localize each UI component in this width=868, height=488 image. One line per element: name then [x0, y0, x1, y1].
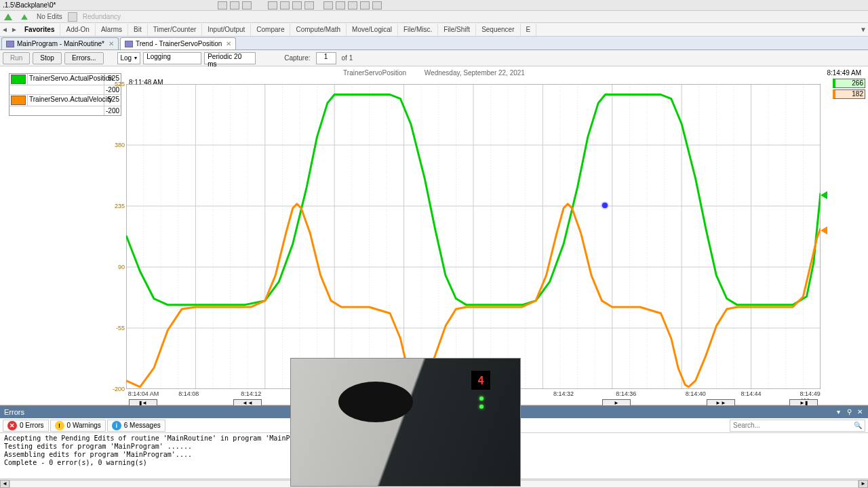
trend-toolbar: Run Stop Errors... Log▾ Logging Periodic… [0, 50, 868, 66]
nav-next-icon[interactable] [292, 1, 302, 9]
messages-chip[interactable]: i6 Messages [107, 420, 165, 432]
y-tick-label: 525 [108, 81, 125, 87]
errors-button[interactable]: Errors... [64, 52, 104, 64]
error-icon: ✕ [7, 421, 17, 430]
chart-cursor-icon[interactable] [602, 203, 608, 208]
errors-chip[interactable]: ✕0 Errors [3, 420, 49, 432]
func-tab-timercounter[interactable]: Timer/Counter [148, 24, 203, 36]
x-tick-label: 8:14:12 [241, 390, 261, 397]
marker-orange-icon [821, 226, 827, 235]
path-label: .1.5\Backplane\0* [3, 1, 56, 9]
func-tab-filemisc[interactable]: File/Misc. [398, 24, 438, 36]
warning-icon: ! [55, 421, 64, 430]
y-tick-label: 380 [108, 142, 125, 148]
document-tabs: MainProgram - MainRoutine*✕Trend - Train… [0, 37, 868, 50]
x-tick-label: 8:14:40 [686, 390, 706, 397]
func-tab-bit[interactable]: Bit [128, 24, 148, 36]
period-field[interactable]: Periodic 20 ms [204, 52, 256, 64]
func-tab-computemath[interactable]: Compute/Math [290, 24, 347, 36]
errors-title: Errors [4, 408, 24, 416]
x-tick-label: 8:14:36 [616, 390, 636, 397]
func-tab-e[interactable]: E [521, 24, 537, 36]
close-icon[interactable]: ✕ [856, 408, 864, 416]
nav-first-icon[interactable] [268, 1, 277, 9]
led-display: 4 [471, 371, 490, 390]
marker-green-icon [821, 191, 827, 199]
toolbar-icon[interactable] [372, 1, 382, 9]
pen-legend[interactable]: TrainerServo.ActualPosition525-200Traine… [9, 73, 121, 116]
y-tick-label: -200 [108, 386, 125, 392]
tab-label: Trend - TrainerServoPosition [136, 40, 222, 47]
toolbar-icon[interactable] [323, 1, 333, 9]
toolbar-icon[interactable] [218, 1, 227, 9]
x-tick-label: 8:14:04 AM [128, 390, 159, 397]
edits-bar: No Edits Redundancy [0, 11, 868, 23]
current-value: 182 [833, 89, 865, 99]
instruction-tabs: ◄ ► FavoritesAdd-OnAlarmsBitTimer/Counte… [0, 23, 868, 37]
y-axis-ticks: 52538023590-55-200 [108, 84, 125, 389]
chart-time-end: 8:14:49 AM [827, 69, 861, 77]
tab-icon [6, 41, 14, 47]
dropdown-icon[interactable]: ▾ [834, 408, 842, 416]
no-edits-label: No Edits [33, 13, 66, 20]
chart-date: Wednesday, September 22, 2021 [425, 69, 525, 77]
logging-field[interactable]: Logging [143, 52, 201, 64]
func-tab-alarms[interactable]: Alarms [96, 24, 128, 36]
toolbar-icon[interactable] [360, 1, 370, 9]
func-tab-inputoutput[interactable]: Input/Output [202, 24, 251, 36]
chart-header: TrainerServoPosition Wednesday, Septembe… [0, 69, 868, 77]
toolbar-icon[interactable] [336, 1, 345, 9]
edit-icon[interactable] [68, 12, 77, 22]
y-tick-label: -55 [108, 325, 125, 331]
doc-tab[interactable]: Trend - TrainerServoPosition✕ [120, 37, 236, 49]
capture-input[interactable]: 1 [316, 52, 336, 64]
func-tab-movelogical[interactable]: Move/Logical [347, 24, 398, 36]
pen-swatch[interactable] [11, 96, 26, 105]
title-bar: .1.5\Backplane\0* [0, 0, 868, 11]
close-icon[interactable]: ✕ [108, 40, 114, 47]
tabs-expand-icon[interactable]: ▼ [859, 26, 868, 33]
func-tab-fileshift[interactable]: File/Shift [438, 24, 476, 36]
nav-prev-icon[interactable] [280, 1, 290, 9]
func-tab-sequencer[interactable]: Sequencer [476, 24, 520, 36]
chart-title: TrainerServoPosition [343, 69, 406, 77]
tabs-right-arrow[interactable]: ► [9, 26, 19, 33]
func-tab-addon[interactable]: Add-On [60, 24, 95, 36]
close-icon[interactable]: ✕ [226, 40, 231, 47]
doc-tab[interactable]: MainProgram - MainRoutine*✕ [1, 37, 119, 49]
status-led-icon [479, 396, 484, 401]
chart-plot[interactable] [126, 84, 821, 389]
toolbar-icon[interactable] [348, 1, 357, 9]
warnings-chip[interactable]: !0 Warnings [50, 420, 106, 432]
nav-last-icon[interactable] [304, 1, 314, 9]
search-box[interactable]: 🔍 [730, 420, 865, 432]
camera-overlay: 4 [290, 358, 521, 487]
search-icon[interactable]: 🔍 [854, 422, 862, 429]
tabs-left-arrow[interactable]: ◄ [0, 26, 9, 33]
capture-label: Capture: [281, 54, 313, 62]
play-icon[interactable] [2, 12, 14, 22]
tab-label: MainProgram - MainRoutine* [17, 40, 104, 47]
toolbar-icon[interactable] [242, 1, 252, 9]
scroll-left-button[interactable]: ◄ [0, 480, 9, 488]
capture-total: of 1 [339, 54, 356, 62]
current-value: 266 [833, 79, 865, 88]
pen-name[interactable]: TrainerServo.ActualVelocity [27, 95, 104, 106]
search-input[interactable] [733, 422, 851, 429]
current-value-boxes: 266182 [833, 79, 865, 100]
run-button[interactable]: Run [3, 52, 30, 64]
pin-icon[interactable]: ⚲ [845, 408, 853, 416]
scroll-right-button[interactable]: ► [859, 480, 868, 488]
toolbar-icon[interactable] [230, 1, 239, 9]
log-dropdown[interactable]: Log▾ [117, 52, 141, 64]
func-tab-favorites[interactable]: Favorites [19, 24, 60, 36]
stop-button[interactable]: Stop [33, 52, 62, 64]
y-tick-label: 235 [108, 203, 125, 209]
func-tab-compare[interactable]: Compare [251, 24, 290, 36]
play-icon[interactable] [20, 13, 29, 20]
status-led-icon [479, 405, 484, 409]
tab-icon [125, 41, 133, 47]
info-icon: i [112, 421, 121, 430]
x-tick-label: 8:14:32 [553, 390, 574, 397]
x-tick-label: 8:14:44 [741, 390, 762, 397]
